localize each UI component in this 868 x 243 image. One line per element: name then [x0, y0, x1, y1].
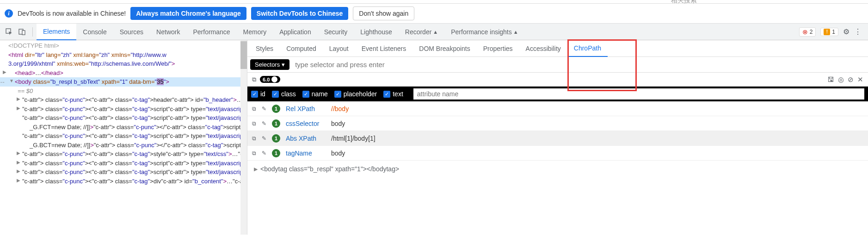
dom-child-line[interactable]: ▶"c-attr"> class="c-punc"><"c-attr"> cla…: [0, 168, 247, 177]
count-badge: 1: [272, 149, 280, 157]
subtab-layout[interactable]: Layout: [323, 40, 355, 57]
result-value: /html[1]/body[1]: [331, 135, 376, 142]
expand-icon[interactable]: ▶: [254, 166, 258, 172]
copy-icon[interactable]: ⧉: [252, 135, 256, 142]
check-label: name: [312, 90, 328, 98]
expand-icon[interactable]: ▶: [17, 150, 20, 156]
dom-body-selected[interactable]: ⋯ ▼ <body class="b_respl b_sbText" xpath…: [0, 77, 247, 87]
subtab-event-listeners[interactable]: Event Listeners: [355, 40, 413, 57]
dom-tree[interactable]: <!DOCTYPE html> <html dir="ltr" lang="zh…: [0, 40, 247, 187]
subtab-chropath[interactable]: ChroPath: [567, 40, 608, 57]
copy-icon[interactable]: ⧉: [252, 76, 256, 83]
expand-icon[interactable]: ▶: [17, 159, 20, 166]
dom-child-line[interactable]: ▶"c-attr"> class="c-punc"><"c-attr"> cla…: [0, 95, 247, 105]
selectors-dropdown[interactable]: Selectors▾: [250, 59, 289, 70]
result-value: //body: [331, 105, 349, 112]
attribute-name-input[interactable]: [413, 88, 864, 100]
expand-icon[interactable]: ▶: [17, 168, 20, 174]
copy-icon[interactable]: ⧉: [252, 120, 256, 127]
device-toggle-icon[interactable]: [16, 25, 29, 38]
dom-child-line[interactable]: _G.FCT=new Date; //]]>"c-attr"> class="c…: [0, 123, 247, 132]
devtools-infobar: i DevTools is now available in Chinese! …: [0, 4, 868, 24]
subtab-styles[interactable]: Styles: [249, 40, 280, 57]
tab-lighthouse[interactable]: Lighthouse: [354, 24, 399, 40]
tab-elements[interactable]: Elements: [37, 24, 76, 40]
save-icon[interactable]: 🖫: [827, 75, 834, 84]
warning-badge[interactable]: !1: [820, 28, 838, 36]
dom-child-line[interactable]: "c-attr"> class="c-punc"><"c-attr"> clas…: [0, 131, 247, 141]
dom-child-line[interactable]: ▶"c-attr"> class="c-punc"><"c-attr"> cla…: [0, 105, 247, 114]
inspect-element-icon[interactable]: [3, 25, 16, 38]
kebab-menu-icon[interactable]: ⋮: [854, 27, 862, 36]
check-class[interactable]: ✓class: [272, 90, 296, 98]
subtab-properties[interactable]: Properties: [477, 40, 519, 57]
dom-child-line[interactable]: ▶"c-attr"> class="c-punc"><"c-attr"> cla…: [0, 177, 247, 186]
edit-icon[interactable]: ✎: [262, 150, 266, 156]
ellipsis-icon[interactable]: ⋯: [0, 78, 5, 87]
result-label: Abs XPath: [286, 135, 326, 142]
tab-console[interactable]: Console: [76, 24, 113, 40]
expand-icon[interactable]: ▶: [17, 105, 20, 112]
copy-icon[interactable]: ⧉: [252, 106, 256, 112]
copy-icon[interactable]: ⧉: [252, 150, 256, 156]
subtab-accessibility[interactable]: Accessibility: [519, 40, 567, 57]
check-id[interactable]: ✓id: [251, 90, 265, 98]
version-pill[interactable]: 6.0: [260, 76, 280, 83]
tab-application[interactable]: Application: [273, 24, 318, 40]
tab-memory[interactable]: Memory: [237, 24, 273, 40]
edit-icon[interactable]: ✎: [262, 106, 266, 112]
scroll-thumb[interactable]: [240, 41, 247, 69]
info-icon: i: [5, 9, 13, 18]
result-row-abs-xpath[interactable]: ⧉✎1Abs XPath/html[1]/body[1]: [247, 131, 868, 146]
dom-child-line[interactable]: "c-attr"> class="c-punc"><"c-attr"> clas…: [0, 113, 247, 123]
check-label: id: [260, 90, 265, 98]
gear-icon[interactable]: ⚙: [843, 27, 850, 36]
switch-language-button[interactable]: Switch DevTools to Chinese: [251, 7, 348, 20]
edit-icon[interactable]: ✎: [262, 135, 266, 142]
dom-doctype[interactable]: <!DOCTYPE html>: [0, 41, 247, 50]
error-badge[interactable]: ⊗2: [799, 27, 816, 37]
dom-child-line[interactable]: ▶"c-attr"> class="c-punc"><"c-attr"> cla…: [0, 159, 247, 168]
block-icon[interactable]: ⊘: [848, 75, 854, 84]
tab-performance-insights[interactable]: Performance insights▲: [444, 24, 524, 40]
expand-icon[interactable]: ▶: [3, 69, 6, 75]
checkbox-icon: ✓: [383, 91, 390, 98]
settings-icon[interactable]: ✕: [857, 75, 863, 84]
dom-html-open[interactable]: <html dir="ltr" lang="zh" xml:lang="zh" …: [0, 50, 247, 60]
expand-icon[interactable]: ▶: [17, 95, 20, 102]
subtab-dom-breakpoints[interactable]: DOM Breakpoints: [412, 40, 476, 57]
match-language-button[interactable]: Always match Chrome's language: [130, 7, 246, 20]
result-row-cssselector[interactable]: ⧉✎1cssSelectorbody: [247, 116, 868, 131]
elements-panel: <!DOCTYPE html> <html dir="ltr" lang="zh…: [0, 40, 247, 235]
dismiss-button[interactable]: Don't show again: [353, 6, 414, 20]
main-area: <!DOCTYPE html> <html dir="ltr" lang="zh…: [0, 40, 868, 235]
result-row-rel-xpath[interactable]: ⧉✎1Rel XPath//body: [247, 101, 868, 116]
dom-head[interactable]: ▶<head>…</head>: [0, 69, 247, 78]
collapse-icon[interactable]: ▼: [9, 77, 14, 84]
target-icon[interactable]: ◎: [838, 75, 844, 84]
edit-icon[interactable]: ✎: [262, 120, 266, 127]
check-name[interactable]: ✓name: [302, 90, 328, 98]
dom-child-line[interactable]: _G.BCT=new Date; //]]>"c-attr"> class="c…: [0, 141, 247, 150]
result-tree[interactable]: ▶ <bodytag class="b_respl" xpath="1"></b…: [247, 161, 868, 177]
check-label: class: [281, 90, 296, 98]
tab-performance[interactable]: Performance: [186, 24, 236, 40]
scrollbar[interactable]: [240, 40, 247, 235]
tab-security[interactable]: Security: [318, 24, 354, 40]
result-row-tagname[interactable]: ⧉✎1tagNamebody: [247, 146, 868, 161]
result-label: tagName: [286, 150, 326, 157]
dom-child-line[interactable]: ▶"c-attr"> class="c-punc"><"c-attr"> cla…: [0, 150, 247, 159]
tab-recorder[interactable]: Recorder▲: [399, 24, 444, 40]
tool-icons: 🖫 ◎ ⊘ ✕: [827, 75, 863, 84]
expand-icon[interactable]: ▶: [17, 177, 20, 184]
count-badge: 1: [272, 105, 280, 113]
count-badge: 1: [272, 119, 280, 128]
tab-sources[interactable]: Sources: [113, 24, 150, 40]
subtab-computed[interactable]: Computed: [280, 40, 323, 57]
tab-network[interactable]: Network: [150, 24, 186, 40]
result-label: Rel XPath: [286, 105, 326, 112]
selector-input[interactable]: [292, 61, 868, 69]
dom-html-open-2[interactable]: 3.org/1999/xhtml" xmlns:web="http://sche…: [0, 59, 247, 69]
check-placeholder[interactable]: ✓placeholder: [334, 90, 377, 98]
check-text[interactable]: ✓text: [383, 90, 403, 98]
